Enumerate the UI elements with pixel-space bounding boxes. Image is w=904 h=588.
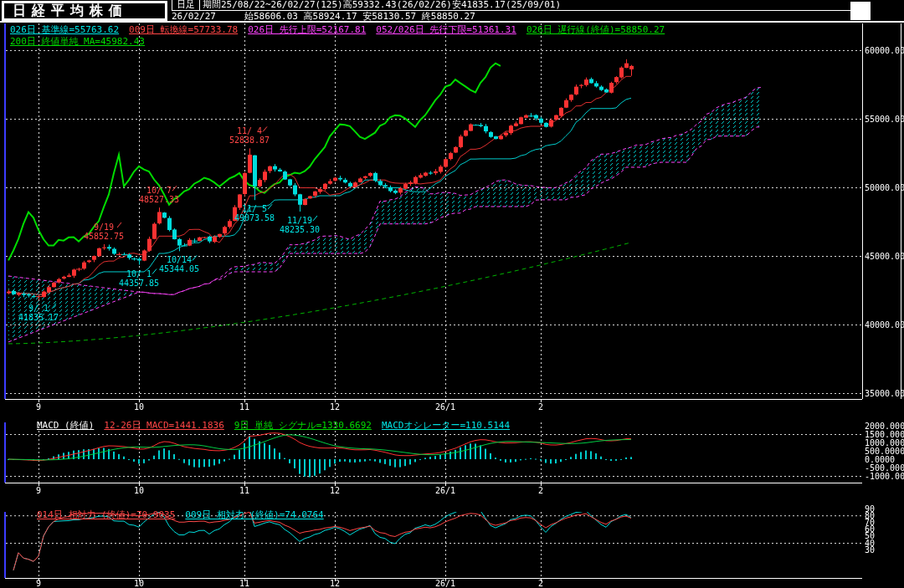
ichimoku-legend-row2: 200日 終値単純 MA=45982.43	[10, 37, 155, 47]
page-title: 日経平均株価	[2, 1, 167, 21]
legend-tenkan: 009日 転換線=57733.78	[129, 24, 238, 35]
macd-legend-title: MACD (終値)	[37, 420, 94, 431]
current-date: 26/02/27	[172, 11, 216, 22]
legend-senkou-lower: 052/026日 先行下限=51361.31	[376, 24, 516, 35]
app-window: 日経平均株価 日足期間25/08/22~26/02/27(125)高59332.…	[0, 0, 904, 588]
current-quote-row: 26/02/27始58606.03 高58924.17 安58130.57 終5…	[172, 11, 858, 22]
legend-chikou: 026日 遅行線(終値)=58850.27	[526, 24, 665, 35]
header-info: 日足期間25/08/22~26/02/27(125)高59332.43(26/0…	[172, 0, 858, 23]
rsi-legend-14: 014日 相対力 (終値)=70.9035	[37, 509, 175, 520]
rsi-legend: 014日 相対力 (終値)=70.9035009日 相対力 (終値)=74.07…	[37, 510, 334, 520]
period-summary-row: 日足期間25/08/22~26/02/27(125)高59332.43(26/0…	[172, 0, 858, 11]
macd-legend: MACD (終値)12-26日 MACD=1441.18369日 単純 シグナル…	[37, 421, 520, 431]
current-ohlc: 始58606.03 高58924.17 安58130.57 終58850.27	[244, 11, 475, 22]
legend-kijun: 026日 基準線=55763.62	[10, 24, 119, 35]
period-summary: 期間25/08/22~26/02/27(125)高59332.43(26/02/…	[203, 0, 561, 10]
macd-legend-macd: 12-26日 MACD=1441.1836	[104, 420, 223, 431]
timeframe-label: 日足	[172, 0, 200, 10]
macd-legend-signal: 9日 単純 シグナル=1330.6692	[234, 420, 372, 431]
ichimoku-legend-row1: 026日 基準線=55763.62009日 転換線=57733.78026日 先…	[10, 25, 675, 35]
macd-legend-oscillator: MACDオシレーター=110.5144	[382, 420, 510, 431]
legend-ma200: 200日 終値単純 MA=45982.43	[10, 36, 145, 47]
header-control-button[interactable]	[850, 2, 871, 20]
header: 日経平均株価 日足期間25/08/22~26/02/27(125)高59332.…	[0, 0, 904, 23]
price-chart-canvas[interactable]	[0, 0, 904, 588]
legend-senkou-upper: 026日 先行上限=52167.81	[248, 24, 366, 35]
rsi-legend-9: 009日 相対力 (終値)=74.0764	[185, 509, 323, 520]
